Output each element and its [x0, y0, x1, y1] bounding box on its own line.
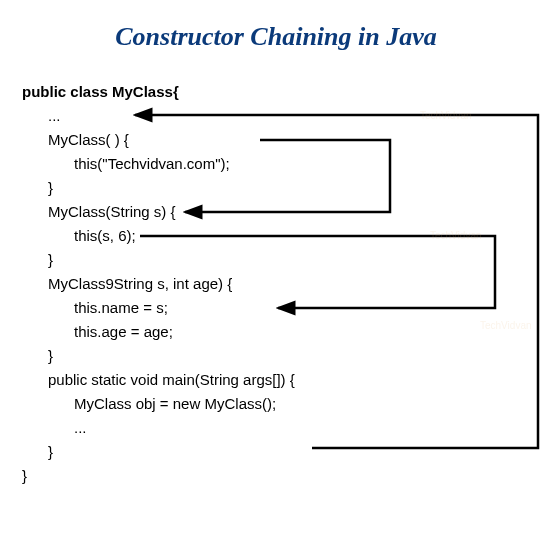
code-line: this.age = age; — [22, 324, 295, 339]
code-line: } — [22, 252, 295, 267]
code-line: } — [22, 444, 295, 459]
code-line: this.name = s; — [22, 300, 295, 315]
code-line: MyClass9String s, int age) { — [22, 276, 295, 291]
code-line: } — [22, 348, 295, 363]
code-line: ... — [22, 420, 295, 435]
code-line: } — [22, 468, 295, 483]
code-block: public class MyClass{ ... MyClass( ) { t… — [22, 84, 295, 492]
code-line: MyClass obj = new MyClass(); — [22, 396, 295, 411]
code-line: MyClass(String s) { — [22, 204, 295, 219]
code-line: public class MyClass{ — [22, 84, 295, 99]
code-line: this("Techvidvan.com"); — [22, 156, 295, 171]
code-line: this(s, 6); — [22, 228, 295, 243]
watermark: TechVidvan — [420, 110, 472, 121]
code-line: } — [22, 180, 295, 195]
code-line: public static void main(String args[]) { — [22, 372, 295, 387]
watermark: TechVidvan — [480, 320, 532, 331]
watermark: TechVidvan — [430, 230, 482, 241]
diagram-title: Constructor Chaining in Java — [0, 0, 552, 52]
code-line: ... — [22, 108, 295, 123]
code-line: MyClass( ) { — [22, 132, 295, 147]
